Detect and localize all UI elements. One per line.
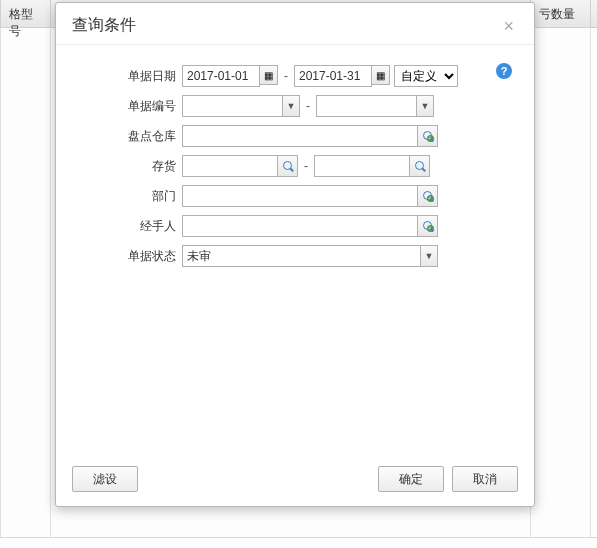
dialog-footer: 滤设 确定 取消	[56, 456, 534, 506]
department-input[interactable]	[182, 185, 418, 207]
lookup-button[interactable]	[278, 155, 298, 177]
label-warehouse: 盘点仓库	[72, 128, 182, 145]
search-icon: +	[423, 221, 433, 231]
search-icon: +	[423, 131, 433, 141]
label-department: 部门	[72, 188, 182, 205]
dialog-title: 查询条件	[72, 15, 136, 36]
row-department: 部门 +	[72, 185, 518, 207]
ok-button[interactable]: 确定	[378, 466, 444, 492]
search-icon: +	[423, 191, 433, 201]
range-sep: -	[302, 159, 310, 173]
dialog-header: 查询条件 ×	[56, 3, 534, 45]
search-icon	[415, 161, 425, 171]
warehouse-input[interactable]	[182, 125, 418, 147]
calendar-icon[interactable]: ▦	[260, 65, 278, 85]
lookup-add-button[interactable]: +	[418, 185, 438, 207]
plus-icon: +	[427, 225, 434, 232]
bg-col-lossqty: 亏数量	[531, 0, 591, 27]
range-sep: -	[282, 69, 290, 83]
plus-icon: +	[427, 135, 434, 142]
row-warehouse: 盘点仓库 +	[72, 125, 518, 147]
chevron-down-icon[interactable]: ▼	[420, 245, 438, 267]
handler-input[interactable]	[182, 215, 418, 237]
status-input[interactable]	[182, 245, 420, 267]
search-icon	[283, 161, 293, 171]
calendar-icon[interactable]: ▦	[372, 65, 390, 85]
plus-icon: +	[427, 195, 434, 202]
inventory-from-input[interactable]	[182, 155, 278, 177]
lookup-add-button[interactable]: +	[418, 125, 438, 147]
range-sep: -	[304, 99, 312, 113]
query-conditions-dialog: 查询条件 × ? 单据日期 ▦ - ▦ 自定义	[55, 2, 535, 507]
cancel-button[interactable]: 取消	[452, 466, 518, 492]
chevron-down-icon[interactable]: ▼	[416, 95, 434, 117]
row-docno: 单据编号 ▼ - ▼	[72, 95, 518, 117]
lookup-button[interactable]	[410, 155, 430, 177]
help-icon[interactable]: ?	[496, 63, 512, 79]
row-inventory: 存货 -	[72, 155, 518, 177]
date-range-preset-select[interactable]: 自定义	[394, 65, 458, 87]
docno-to-input[interactable]	[316, 95, 416, 117]
date-to-input[interactable]	[294, 65, 372, 87]
lookup-add-button[interactable]: +	[418, 215, 438, 237]
docno-from-input[interactable]	[182, 95, 282, 117]
date-from-input[interactable]	[182, 65, 260, 87]
close-button[interactable]: ×	[499, 17, 518, 35]
label-date: 单据日期	[72, 68, 182, 85]
bg-col-model: 格型号	[1, 0, 51, 27]
dialog-body: ? 单据日期 ▦ - ▦ 自定义 单据编号	[56, 45, 534, 456]
chevron-down-icon[interactable]: ▼	[282, 95, 300, 117]
label-docno: 单据编号	[72, 98, 182, 115]
row-handler: 经手人 +	[72, 215, 518, 237]
label-inventory: 存货	[72, 158, 182, 175]
row-date: 单据日期 ▦ - ▦ 自定义	[72, 65, 518, 87]
inventory-to-input[interactable]	[314, 155, 410, 177]
filter-settings-button[interactable]: 滤设	[72, 466, 138, 492]
label-status: 单据状态	[72, 248, 182, 265]
row-status: 单据状态 ▼	[72, 245, 518, 267]
label-handler: 经手人	[72, 218, 182, 235]
